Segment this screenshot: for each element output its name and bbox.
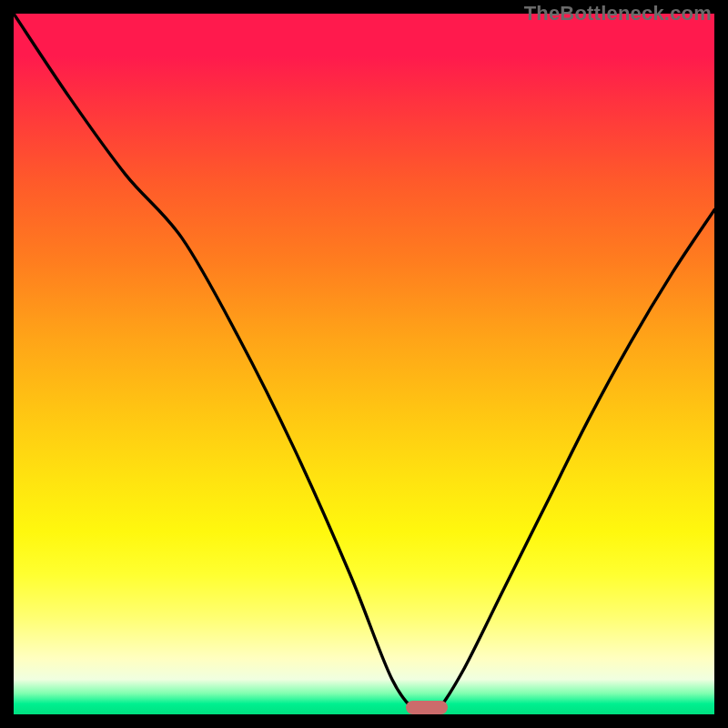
curve-svg [14, 14, 714, 714]
optimal-range-marker [406, 701, 448, 714]
bottleneck-curve-path [14, 14, 714, 714]
watermark-text: TheBottleneck.com [524, 2, 712, 25]
plot-area [14, 14, 714, 714]
chart-frame: TheBottleneck.com [0, 0, 728, 728]
